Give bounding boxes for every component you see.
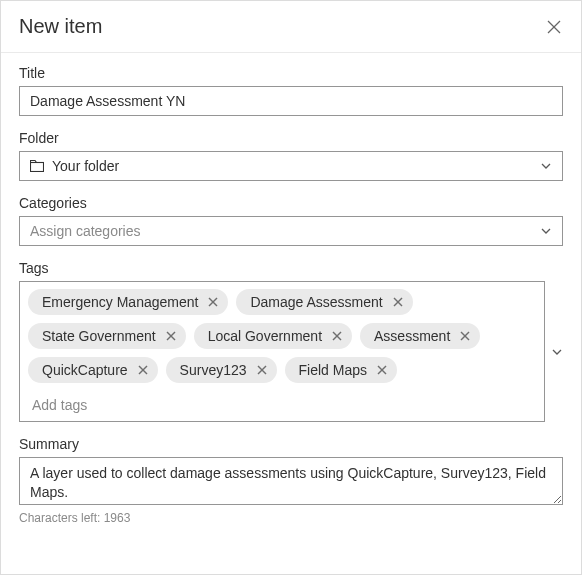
- tag-text: Field Maps: [299, 362, 367, 378]
- title-label: Title: [19, 65, 563, 81]
- close-icon: [377, 365, 387, 375]
- chevron-down-icon: [552, 349, 562, 355]
- title-input[interactable]: [19, 86, 563, 116]
- close-icon: [257, 365, 267, 375]
- tag-remove-button[interactable]: [208, 297, 218, 307]
- categories-field-group: Categories Assign categories: [19, 195, 563, 246]
- new-item-dialog: New item Title Folder Your folder Catego…: [0, 0, 582, 575]
- close-button[interactable]: [545, 18, 563, 36]
- categories-select[interactable]: Assign categories: [19, 216, 563, 246]
- close-icon: [138, 365, 148, 375]
- tag-text: Local Government: [208, 328, 322, 344]
- tags-expand-button[interactable]: [551, 346, 563, 358]
- close-icon: [332, 331, 342, 341]
- tag-chip: Assessment: [360, 323, 480, 349]
- tag-chip: Emergency Management: [28, 289, 228, 315]
- tag-remove-button[interactable]: [332, 331, 342, 341]
- tag-text: Survey123: [180, 362, 247, 378]
- tag-chip: QuickCapture: [28, 357, 158, 383]
- tag-text: Damage Assessment: [250, 294, 382, 310]
- tags-label: Tags: [19, 260, 563, 276]
- tag-text: Emergency Management: [42, 294, 198, 310]
- folder-select-value: Your folder: [52, 158, 540, 174]
- folder-icon: [30, 159, 44, 173]
- close-icon: [166, 331, 176, 341]
- categories-placeholder: Assign categories: [30, 223, 540, 239]
- tag-remove-button[interactable]: [166, 331, 176, 341]
- folder-select[interactable]: Your folder: [19, 151, 563, 181]
- tag-chip: Survey123: [166, 357, 277, 383]
- close-icon: [393, 297, 403, 307]
- close-icon: [546, 19, 562, 35]
- tag-remove-button[interactable]: [138, 365, 148, 375]
- tag-remove-button[interactable]: [393, 297, 403, 307]
- tag-text: Assessment: [374, 328, 450, 344]
- close-icon: [460, 331, 470, 341]
- tags-field-group: Tags Emergency Management Damage Assessm…: [19, 260, 563, 422]
- tags-container[interactable]: Emergency Management Damage Assessment S…: [19, 281, 545, 422]
- dialog-body: Title Folder Your folder Categories Assi…: [1, 53, 581, 538]
- tag-chip: Local Government: [194, 323, 352, 349]
- svg-rect-2: [31, 163, 44, 172]
- tag-chip: Damage Assessment: [236, 289, 412, 315]
- chevron-down-icon: [540, 225, 552, 237]
- summary-label: Summary: [19, 436, 563, 452]
- summary-textarea[interactable]: [19, 457, 563, 505]
- folder-field-group: Folder Your folder: [19, 130, 563, 181]
- tag-text: QuickCapture: [42, 362, 128, 378]
- title-field-group: Title: [19, 65, 563, 116]
- tag-text: State Government: [42, 328, 156, 344]
- categories-label: Categories: [19, 195, 563, 211]
- dialog-title: New item: [19, 15, 102, 38]
- tag-chip: State Government: [28, 323, 186, 349]
- close-icon: [208, 297, 218, 307]
- tag-remove-button[interactable]: [377, 365, 387, 375]
- summary-field-group: Summary Characters left: 1963: [19, 436, 563, 525]
- chevron-down-icon: [540, 160, 552, 172]
- tag-remove-button[interactable]: [257, 365, 267, 375]
- tag-remove-button[interactable]: [460, 331, 470, 341]
- tag-chip: Field Maps: [285, 357, 397, 383]
- character-count: Characters left: 1963: [19, 511, 563, 525]
- folder-label: Folder: [19, 130, 563, 146]
- tags-input[interactable]: [28, 391, 536, 417]
- dialog-header: New item: [1, 1, 581, 53]
